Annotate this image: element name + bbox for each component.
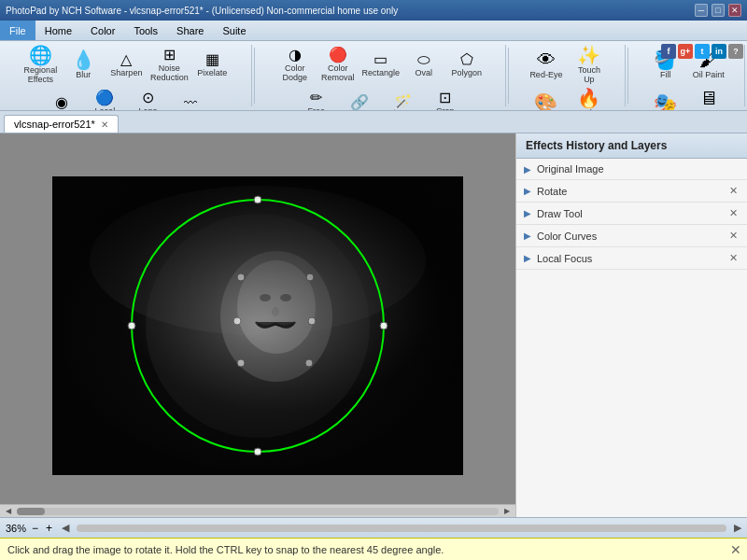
tabbar: vlcsnap-error521* ✕ bbox=[0, 111, 747, 133]
minimize-button[interactable]: ─ bbox=[695, 4, 708, 17]
history-item-original-label: Original Image bbox=[537, 163, 740, 175]
image-background bbox=[52, 176, 463, 475]
crop-selected-button[interactable]: ⊡ Crop Selected bbox=[425, 88, 466, 111]
sharpen-button[interactable]: △ Sharpen bbox=[106, 45, 147, 86]
history-item-curves[interactable]: ▶ Color Curves ✕ bbox=[516, 225, 747, 247]
sharpen-icon: △ bbox=[120, 52, 132, 67]
svg-point-18 bbox=[254, 448, 261, 455]
lens-distortion-icon: ⊙ bbox=[142, 91, 154, 105]
history-close-local-focus[interactable]: ✕ bbox=[727, 252, 740, 264]
touch-up-button[interactable]: ✨ Touch Up bbox=[569, 45, 610, 86]
history-item-curves-label: Color Curves bbox=[537, 231, 727, 242]
regional-effects-button[interactable]: 🌐 Regional Effects bbox=[20, 45, 61, 86]
twitter-icon[interactable]: t bbox=[695, 44, 710, 59]
cartoon-icon: 🎭 bbox=[654, 93, 677, 111]
pixelate-icon: ▦ bbox=[205, 52, 219, 67]
noise-reduction-button[interactable]: ⊞ Noise Reduction bbox=[148, 45, 190, 86]
menu-file[interactable]: File bbox=[0, 21, 35, 40]
hint-text: Click and drag the image to rotate it. H… bbox=[7, 544, 444, 555]
menu-color[interactable]: Color bbox=[81, 21, 124, 40]
scroll-left-button[interactable]: ◀ bbox=[4, 507, 13, 515]
pixelate-label: Pixelate bbox=[197, 69, 227, 78]
tab-close-button[interactable]: ✕ bbox=[101, 119, 108, 130]
scroll-right-button[interactable]: ▶ bbox=[502, 507, 512, 515]
canvas-area[interactable]: ◀ ▶ bbox=[0, 133, 515, 517]
history-close-rotate[interactable]: ✕ bbox=[727, 185, 740, 197]
history-item-draw[interactable]: ▶ Draw Tool ✕ bbox=[516, 203, 747, 225]
oval-icon: ⬭ bbox=[417, 52, 430, 67]
vignette-icon: ◉ bbox=[55, 95, 68, 110]
hintbar: Click and drag the image to rotate it. H… bbox=[0, 538, 747, 560]
zoom-track[interactable] bbox=[77, 525, 726, 532]
history-close-curves[interactable]: ✕ bbox=[727, 230, 740, 242]
maximize-button[interactable]: □ bbox=[712, 4, 725, 17]
menu-share[interactable]: Share bbox=[167, 21, 213, 40]
vignette-button[interactable]: ◉ Vignette bbox=[41, 88, 82, 111]
expand-arrow-draw: ▶ bbox=[524, 208, 531, 218]
app-title: PhotoPad by NCH Software - vlcsnap-error… bbox=[6, 6, 695, 16]
scroll-track[interactable] bbox=[17, 508, 499, 515]
history-item-original[interactable]: ▶ Original Image bbox=[516, 159, 747, 180]
wand-button[interactable]: 🪄 Wand bbox=[382, 88, 423, 111]
expand-arrow-curves: ▶ bbox=[524, 231, 531, 241]
regional-effects-label: Regional Effects bbox=[22, 66, 58, 85]
expand-arrow-local-focus: ▶ bbox=[524, 253, 531, 263]
effects-group: 🌐 Regional Effects 💧 Blur △ Sharpen ⊞ No… bbox=[2, 45, 252, 106]
crop-selected-icon: ⊡ bbox=[439, 91, 451, 105]
help-icon[interactable]: ? bbox=[728, 44, 743, 59]
magnet-button[interactable]: 🔗 Magnet bbox=[339, 88, 380, 111]
tab-image[interactable]: vlcsnap-error521* ✕ bbox=[4, 115, 119, 133]
nch-suite-button[interactable]: 🖥 NCH Suite bbox=[688, 88, 729, 111]
close-button[interactable]: ✕ bbox=[728, 4, 741, 17]
color-removal-label: Color Removal bbox=[320, 64, 356, 83]
polygon-label: Polygon bbox=[451, 69, 482, 78]
local-focus-button[interactable]: 🔵 Local Focus bbox=[84, 88, 125, 111]
sharpen-label: Sharpen bbox=[110, 69, 142, 78]
lens-distortion-button[interactable]: ⊙ Lens Distortion bbox=[127, 88, 168, 111]
toolbar-divider-3 bbox=[627, 48, 628, 104]
warp-button[interactable]: 〰 Warp bbox=[170, 88, 211, 111]
history-item-rotate-label: Rotate bbox=[537, 186, 727, 197]
zoom-plus-button[interactable]: + bbox=[44, 522, 54, 535]
menu-tools[interactable]: Tools bbox=[124, 21, 167, 40]
facebook-icon[interactable]: f bbox=[661, 44, 676, 59]
color-dodge-button[interactable]: ◑ Color Dodge bbox=[275, 45, 316, 86]
toolbar: 🌐 Regional Effects 💧 Blur △ Sharpen ⊞ No… bbox=[0, 41, 747, 111]
red-eye-icon: 👁 bbox=[537, 50, 556, 69]
warp-icon: 〰 bbox=[184, 96, 197, 109]
free-form-button[interactable]: ✏ Free Form bbox=[296, 88, 337, 111]
color-burn-button[interactable]: 🔥 Color Burn bbox=[569, 88, 610, 111]
colorize-button[interactable]: 🎨 Colorize bbox=[526, 88, 567, 111]
toolbar-divider-1 bbox=[254, 48, 255, 104]
menu-home[interactable]: Home bbox=[35, 21, 81, 40]
hscroll-container: ◀ ▶ bbox=[0, 504, 515, 517]
oval-button[interactable]: ⬭ Oval bbox=[403, 45, 444, 86]
svg-point-16 bbox=[254, 196, 261, 203]
color-dodge-icon: ◑ bbox=[289, 48, 302, 63]
rectangle-icon: ▭ bbox=[374, 52, 388, 67]
social-bar: f g+ t in ? bbox=[657, 41, 747, 62]
zoom-minus-button[interactable]: − bbox=[30, 522, 40, 535]
svg-point-19 bbox=[128, 322, 135, 329]
menu-suite[interactable]: Suite bbox=[213, 21, 255, 40]
hint-close-button[interactable]: ✕ bbox=[730, 542, 741, 557]
polygon-button[interactable]: ⬠ Polygon bbox=[446, 45, 487, 86]
history-item-rotate[interactable]: ▶ Rotate ✕ bbox=[516, 180, 747, 203]
scroll-thumb[interactable] bbox=[17, 508, 45, 515]
rectangle-button[interactable]: ▭ Rectangle bbox=[360, 45, 402, 86]
google-icon[interactable]: g+ bbox=[678, 44, 693, 59]
cartoon-button[interactable]: 🎭 Cartoon bbox=[645, 88, 686, 111]
color-removal-button[interactable]: 🔴 Color Removal bbox=[317, 45, 359, 86]
linkedin-icon[interactable]: in bbox=[712, 44, 726, 59]
canvas-scroll bbox=[0, 133, 515, 517]
hscrollbar: ◀ ▶ bbox=[0, 504, 515, 517]
red-eye-button[interactable]: 👁 Red-Eye bbox=[526, 45, 567, 86]
free-form-icon: ✏ bbox=[310, 91, 322, 105]
expand-arrow-original: ▶ bbox=[524, 164, 531, 175]
effects-panel: Effects History and Layers ▶ Original Im… bbox=[515, 133, 747, 517]
history-item-local-focus[interactable]: ▶ Local Focus ✕ bbox=[516, 247, 747, 270]
history-close-draw[interactable]: ✕ bbox=[727, 207, 740, 219]
touch-up-label: Touch Up bbox=[571, 66, 607, 85]
blur-button[interactable]: 💧 Blur bbox=[63, 45, 104, 86]
pixelate-button[interactable]: ▦ Pixelate bbox=[191, 45, 233, 86]
